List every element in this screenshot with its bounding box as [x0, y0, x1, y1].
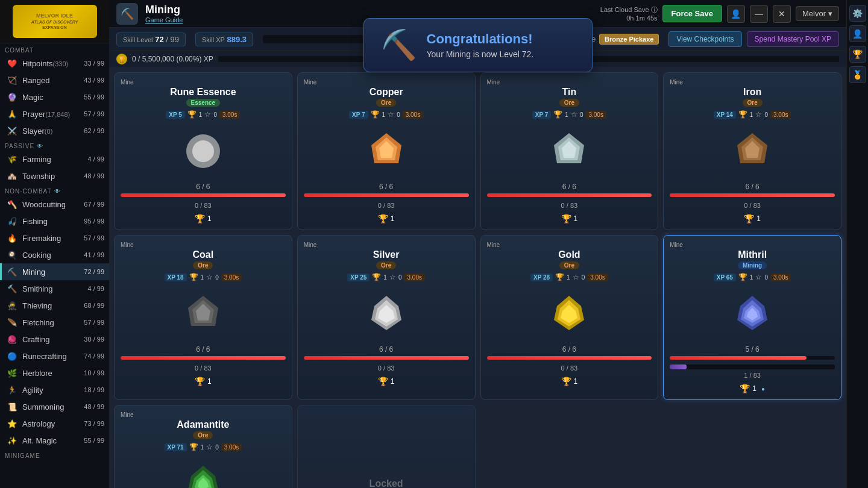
mine-header-tin: Mine [487, 79, 500, 86]
sidebar-item-ranged[interactable]: 🏹 Ranged 43 / 99 [0, 72, 109, 89]
township-icon: 🏘️ [7, 170, 17, 181]
sidebar-item-firemaking[interactable]: 🔥 Firemaking 57 / 99 [0, 230, 109, 246]
sidebar-item-cooking[interactable]: 🍳 Cooking 41 / 99 [0, 246, 109, 263]
mine-pool-xp-gold: 0 / 83 [561, 364, 578, 372]
sidebar-item-fletching[interactable]: 🪶 Fletching 57 / 99 [0, 314, 109, 331]
character-right-button[interactable]: 👤 [849, 25, 866, 42]
mine-badge-coal: Ore [193, 261, 213, 269]
mine-trophy-val-iron: 1 [750, 111, 753, 118]
view-checkpoints-button[interactable]: View Checkpoints [668, 31, 741, 47]
mine-badge-copper: Ore [376, 99, 396, 107]
mine-card-copper[interactable]: Mine Copper Ore XP 7 🏆 1 ☆ 0 3.00s [297, 72, 476, 230]
congrats-icon: ⛏️ [381, 28, 417, 62]
close-button[interactable]: ✕ [773, 5, 791, 23]
passive-visibility-icon[interactable]: 👁 [37, 143, 43, 149]
award-right-button[interactable]: 🏅 [849, 66, 866, 83]
sidebar-item-farming[interactable]: 🌾 Farming 4 / 99 [0, 151, 109, 167]
mine-star-rune: ☆ [204, 110, 211, 119]
mine-trophy-val-mithril: 1 [750, 274, 753, 281]
skill-name-township: Township [22, 172, 79, 181]
trophy-icon-coal: 🏆 [195, 377, 205, 386]
skill-name-slayer: Slayer(0) [22, 127, 79, 136]
trophy-icon-iron: 🏆 [744, 214, 754, 224]
settings-right-button[interactable]: ⚙️ [849, 5, 866, 22]
mine-card-gold[interactable]: Mine Gold Ore XP 28 🏆 1 ☆ 0 3.00s [480, 235, 659, 400]
mine-pool-xp-copper: 0 / 83 [378, 202, 395, 209]
sidebar-item-fishing[interactable]: 🎣 Fishing 95 / 99 [0, 213, 109, 230]
slayer-icon: ⚔️ [7, 125, 17, 136]
mine-name-coal: Coal [193, 249, 214, 260]
sidebar-item-smithing[interactable]: 🔨 Smithing 4 / 99 [0, 280, 109, 297]
mine-card-mithril[interactable]: Mine Mithril Mining XP 65 🏆 1 ☆ 0 3.00s [663, 235, 841, 400]
skill-name-alt-magic: Alt. Magic [22, 436, 79, 445]
last-save-info-icon: ⓘ [651, 6, 658, 13]
mine-trophy-val-rune: 1 [199, 111, 203, 118]
skill-level-badge: Skill Level 72 / 99 [116, 33, 186, 46]
skill-level-mining: 72 / 99 [84, 268, 104, 275]
sidebar-item-mining[interactable]: ⛏️ Mining 72 / 99 [0, 263, 109, 280]
sidebar-item-herblore[interactable]: 🌿 Herblore 10 / 99 [0, 364, 109, 381]
sidebar-item-agility[interactable]: 🏃 Agility 18 / 99 [0, 381, 109, 398]
mine-card-adamantite[interactable]: Mine Adamantite Ore XP 71 🏆 1 ☆ 0 3.00s [114, 405, 292, 488]
mine-image-tin [545, 127, 593, 175]
mine-stats-copper: XP 7 🏆 1 ☆ 0 3.00s [349, 110, 423, 119]
sidebar-item-slayer[interactable]: ⚔️ Slayer(0) 62 / 99 [0, 122, 109, 139]
spend-mastery-button[interactable]: Spend Mastery Pool XP [747, 31, 839, 47]
sidebar-item-township[interactable]: 🏘️ Township 48 / 99 [0, 167, 109, 184]
mine-trophy-row-mithril: 🏆 1 ● [740, 384, 765, 393]
trophy-val-coal: 1 [207, 377, 212, 386]
mine-card-silver[interactable]: Mine Silver Ore XP 25 🏆 1 ☆ 0 3.00s [297, 235, 476, 400]
mine-card-rune-essence[interactable]: Mine Rune Essence Essence XP 5 🏆 1 ☆ 0 3… [114, 72, 292, 230]
mine-star-coal: ☆ [206, 273, 213, 281]
skill-name-magic: Magic [22, 93, 79, 102]
trophy-right-button[interactable]: 🏆 [849, 46, 866, 63]
skill-xp-label: Skill XP [202, 36, 225, 43]
mine-pool-xp-iron: 0 / 83 [744, 202, 761, 209]
settings-dash-button[interactable]: — [750, 5, 768, 23]
skill-level-magic: 55 / 99 [84, 93, 104, 101]
svg-text:⛏️: ⛏️ [121, 7, 134, 20]
mine-trophy-coal: 🏆 [189, 273, 198, 281]
sidebar-item-astrology[interactable]: ⭐ Astrology 73 / 99 [0, 415, 109, 432]
fletching-icon: 🪶 [7, 317, 17, 328]
mine-card-iron[interactable]: Mine Iron Ore XP 14 🏆 1 ☆ 0 3.00s [663, 72, 841, 230]
mine-trophy-val-gold: 1 [567, 274, 570, 281]
sidebar-item-alt-magic[interactable]: ✨ Alt. Magic 55 / 99 [0, 432, 109, 449]
skill-level-alt-magic: 55 / 99 [84, 437, 104, 444]
mine-badge-gold: Ore [559, 261, 579, 269]
force-save-button[interactable]: Force Save [662, 5, 722, 22]
mastery-bar-coal [121, 356, 286, 360]
mine-xp-adamantite: XP 71 [165, 443, 187, 451]
chevron-down-icon: ▾ [828, 9, 832, 18]
sidebar-item-crafting[interactable]: 🧶 Crafting 30 / 99 [0, 331, 109, 348]
mastery-bar-fill-gold [487, 356, 652, 360]
sidebar-item-woodcutting[interactable]: 🪓 Woodcutting 67 / 99 [0, 196, 109, 213]
mine-trophy-row-coal: 🏆 1 [195, 377, 212, 386]
sidebar-item-hitpoints[interactable]: ❤️ Hitpoints(330) 33 / 99 [0, 55, 109, 72]
sidebar-item-summoning[interactable]: 📜 Summoning 48 / 99 [0, 398, 109, 415]
last-save-time: 0h 1m 45s [626, 14, 657, 22]
account-button[interactable]: Melvor ▾ [796, 6, 839, 21]
skill-level-woodcutting: 67 / 99 [84, 201, 104, 208]
mastery-xp-icon: 🏆 [116, 54, 127, 64]
mine-time-silver: 3.00s [404, 274, 424, 281]
mine-pool-xp-silver: 0 / 83 [378, 364, 395, 372]
mine-card-locked[interactable]: Locked ⛏️ +65 Mining Skill XP ⛏️ ⚒ +1 1 [297, 405, 476, 488]
mine-xp-copper: XP 7 [349, 111, 368, 119]
mine-xp-silver: XP 25 [347, 274, 370, 281]
skill-name-woodcutting: Woodcutting [22, 200, 79, 209]
skill-xp-value: 889.3 [227, 35, 247, 44]
congrats-body: Your Mining is now Level 72. [427, 49, 534, 59]
mine-card-tin[interactable]: Mine Tin Ore XP 7 🏆 1 ☆ 0 3.00s [480, 72, 659, 230]
skill-level-prayer: 57 / 99 [84, 110, 104, 117]
sidebar-item-thieving[interactable]: 🥷 Thieving 68 / 99 [0, 297, 109, 314]
mine-card-coal[interactable]: Mine Coal Ore XP 18 🏆 1 ☆ 0 3.00s [114, 235, 292, 400]
trophy-val-tin: 1 [574, 214, 578, 223]
sidebar-item-magic[interactable]: 🔮 Magic 55 / 99 [0, 89, 109, 105]
character-icon-button[interactable]: 👤 [727, 5, 745, 23]
sidebar-item-prayer[interactable]: 🙏 Prayer(17,848) 57 / 99 [0, 105, 109, 122]
sidebar-item-runecrafting[interactable]: 🔵 Runecrafting 74 / 99 [0, 348, 109, 364]
mine-pool-xp-mithril: 1 / 83 [744, 372, 761, 379]
mine-star-adamantite: ☆ [206, 443, 213, 451]
non-combat-visibility-icon[interactable]: 👁 [54, 188, 61, 195]
